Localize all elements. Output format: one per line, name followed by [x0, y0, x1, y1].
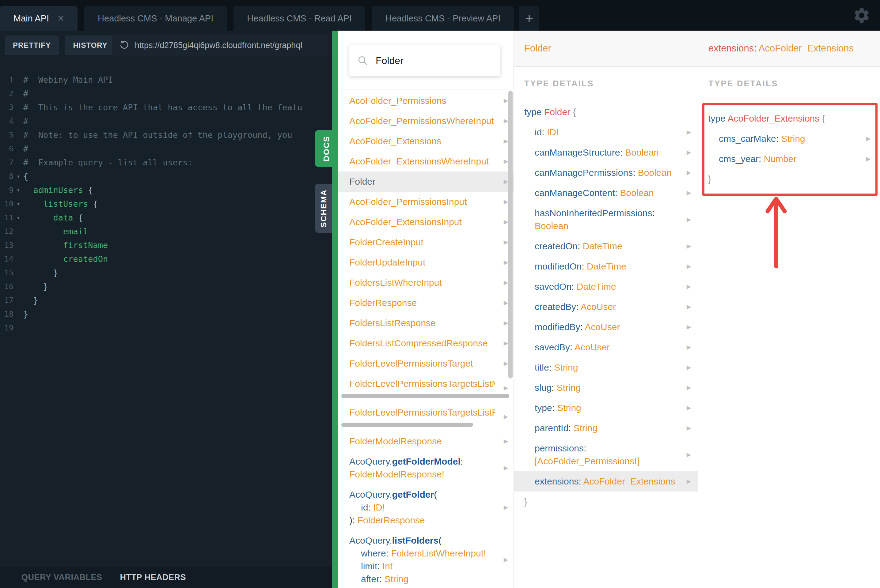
editor-toolbar: PRETTIFY HISTORY https://d2785gi4qi6pw8.… [0, 31, 332, 64]
docs-item[interactable]: FolderLevelPermissionsTargetsListMeta▶ [338, 374, 514, 402]
docs-item[interactable]: FolderCreateInput▶ [338, 232, 514, 252]
fold-arrow-icon[interactable]: ▾ [14, 183, 23, 197]
docs-item[interactable]: FolderLevelPermissionsTarget▶ [338, 353, 514, 374]
horizontal-scrollbar[interactable] [341, 394, 509, 398]
fold-gutter [14, 252, 23, 266]
chevron-right-icon: ▶ [686, 127, 691, 138]
editor-line[interactable]: 2# [0, 87, 332, 100]
editor-line[interactable]: 9▾ adminUsers { [0, 183, 332, 197]
field-row[interactable]: extensions: AcoFolder_Extensions▶ [514, 471, 698, 492]
horizontal-scrollbar[interactable] [341, 423, 473, 427]
editor-line[interactable]: 11▾ data { [0, 211, 332, 225]
fold-gutter [14, 128, 23, 142]
fold-arrow-icon[interactable]: ▾ [14, 170, 23, 183]
settings-button[interactable] [852, 6, 871, 24]
history-button[interactable]: HISTORY [65, 36, 115, 55]
field-row[interactable]: cms_carMake: String▶ [704, 129, 875, 149]
text-segment: getFolderModel [392, 456, 461, 466]
field-row[interactable]: canManagePermissions: Boolean▶ [514, 163, 698, 183]
docs-item[interactable]: FoldersListCompressedResponse▶ [338, 333, 514, 353]
field-row[interactable]: createdBy: AcoUser▶ [514, 297, 698, 317]
editor-line[interactable]: 10▾ listUsers { [0, 197, 332, 211]
docs-item[interactable]: AcoFolder_PermissionsInput▶ [338, 192, 514, 212]
editor-line[interactable]: 14 createdOn [0, 252, 332, 266]
close-icon[interactable]: × [58, 13, 64, 24]
text-segment: AcoUser [575, 342, 610, 352]
editor-line[interactable]: 19 [0, 321, 332, 335]
editor-line[interactable]: 4# [0, 114, 332, 128]
text-segment: { [83, 185, 93, 195]
field-row[interactable]: modifiedOn: DateTime▶ [514, 256, 698, 276]
docs-item[interactable]: FolderUpdateInput▶ [338, 252, 514, 273]
editor-line[interactable]: 3# This is the core API that has access … [0, 100, 332, 114]
line-number: 4 [0, 114, 14, 128]
docs-item[interactable]: AcoQuery.getFolderModel:FolderModelRespo… [338, 452, 514, 484]
tab-headless-cms-manage-api[interactable]: Headless CMS - Manage API [84, 6, 227, 31]
search-input[interactable]: Folder [349, 45, 500, 76]
field-row[interactable]: modifiedBy: AcoUser▶ [514, 317, 698, 337]
editor-line[interactable]: 12 email [0, 225, 332, 238]
field-row[interactable]: permissions: [AcoFolder_Permissions!]▶ [514, 438, 698, 471]
fold-gutter [14, 114, 23, 128]
editor-line[interactable]: 7# Example query - list all users: [0, 156, 332, 170]
field-row[interactable]: parentId: String▶ [514, 418, 698, 438]
docs-item[interactable]: AcoFolder_Extensions▶ [338, 131, 514, 151]
field-row[interactable]: createdOn: DateTime▶ [514, 236, 698, 256]
docs-item[interactable]: FolderResponse▶ [338, 293, 514, 313]
field-row[interactable]: cms_year: Number▶ [704, 149, 875, 169]
docs-item[interactable]: AcoFolder_Permissions▶ [338, 91, 514, 111]
fold-arrow-icon[interactable]: ▾ [14, 211, 23, 225]
text-segment: AcoUser [585, 322, 620, 332]
editor-line[interactable]: 13 firstName [0, 238, 332, 252]
tab-headless-cms-read-api[interactable]: Headless CMS - Read API [233, 6, 365, 31]
docs-item[interactable]: AcoFolder_ExtensionsInput▶ [338, 212, 514, 232]
field-row[interactable]: slug: String▶ [514, 378, 698, 398]
docs-item[interactable]: FolderLevelPermissionsTargetsListRespo▶ [338, 402, 514, 431]
row-text: type: String [535, 403, 581, 413]
field-row[interactable]: id: ID!▶ [514, 122, 698, 142]
editor-line[interactable]: 15 } [0, 266, 332, 280]
docs-item[interactable]: Folder▶ [338, 171, 514, 192]
editor-line[interactable]: 17 } [0, 293, 332, 307]
field-row[interactable]: canManageStructure: Boolean▶ [514, 142, 698, 163]
fold-gutter [14, 293, 23, 307]
http-headers-tab[interactable]: HTTP HEADERS [120, 573, 186, 582]
editor-line[interactable]: 1# Webiny Main API [0, 73, 332, 87]
docs-item[interactable]: FoldersListResponse▶ [338, 313, 514, 333]
docs-item[interactable]: FoldersListWhereInput▶ [338, 273, 514, 293]
field-row[interactable]: type: String▶ [514, 398, 698, 418]
field-row[interactable]: savedBy: AcoUser▶ [514, 337, 698, 357]
field-row[interactable]: title: String▶ [514, 357, 698, 378]
editor-line[interactable]: 8▾{ [0, 170, 332, 183]
field-row[interactable]: hasNonInheritedPermissions: Boolean▶ [514, 203, 698, 236]
field-row[interactable]: canManageContent: Boolean▶ [514, 183, 698, 203]
extensions-details-label: TYPE DETAILS [709, 79, 869, 88]
type-decl-row: } [704, 169, 875, 189]
editor-line[interactable]: 16 } [0, 280, 332, 293]
docs-item[interactable]: AcoQuery.listFolders(where: FoldersListW… [338, 530, 514, 588]
schema-side-tab[interactable]: SCHEMA [315, 184, 332, 233]
tab-main-api[interactable]: Main API× [0, 6, 78, 31]
docs-item[interactable]: AcoQuery.getFolder(id: ID!): FolderRespo… [338, 484, 514, 530]
docs-item[interactable]: AcoFolder_PermissionsWhereInput▶ [338, 111, 514, 131]
editor-line[interactable]: 6# [0, 142, 332, 156]
docs-list-scrollbar[interactable] [508, 91, 513, 378]
editor-line[interactable]: 18} [0, 307, 332, 321]
search-input-value: Folder [375, 55, 404, 66]
fold-arrow-icon[interactable]: ▾ [14, 197, 23, 211]
docs-panel-divider[interactable] [332, 31, 338, 588]
prettify-button[interactable]: PRETTIFY [5, 36, 59, 55]
editor-lines[interactable]: 1# Webiny Main API2#3# This is the core … [0, 64, 332, 335]
endpoint-url-input[interactable]: https://d2785gi4qi6pw8.cloudfront.net/gr… [112, 35, 329, 56]
text-segment: extensions [709, 43, 754, 54]
text-segment: ): [349, 515, 357, 525]
editor-line[interactable]: 5# Note: to use the API outside of the p… [0, 128, 332, 142]
text-segment: : [542, 127, 547, 137]
new-tab-button[interactable]: + [519, 6, 539, 31]
query-variables-tab[interactable]: QUERY VARIABLES [21, 573, 102, 582]
text-segment: createdOn [535, 241, 578, 251]
docs-item[interactable]: AcoFolder_ExtensionsWhereInput▶ [338, 151, 514, 171]
field-row[interactable]: savedOn: DateTime▶ [514, 276, 698, 297]
tab-headless-cms-preview-api[interactable]: Headless CMS - Preview API [372, 6, 514, 31]
docs-item[interactable]: FolderModelResponse▶ [338, 431, 514, 452]
